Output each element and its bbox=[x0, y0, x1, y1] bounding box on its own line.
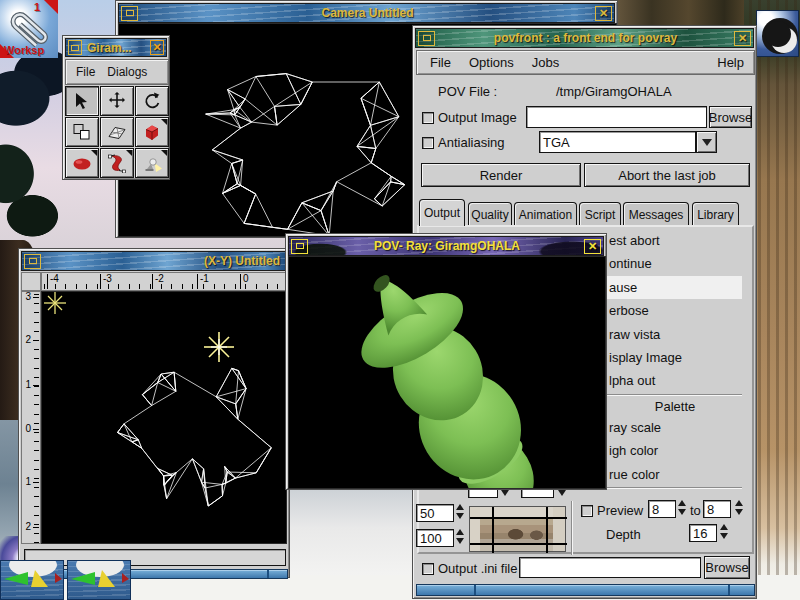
iconified-window-button[interactable] bbox=[67, 560, 131, 600]
tool-lathe-button[interactable] bbox=[100, 148, 134, 178]
tab-messages[interactable]: Messages bbox=[623, 202, 689, 226]
spinner-arrows[interactable] bbox=[735, 500, 743, 515]
moon-icon bbox=[757, 11, 800, 58]
size-bottom-field[interactable]: 100 bbox=[416, 529, 454, 547]
menu-file[interactable]: File bbox=[70, 65, 101, 79]
povfront-titlebar[interactable]: povfront : a front end for povray ✕ bbox=[415, 28, 754, 48]
window-menu-button[interactable] bbox=[68, 40, 82, 55]
render-preview-thumbnail[interactable] bbox=[469, 506, 566, 552]
pov-file-label: POV File : bbox=[438, 84, 497, 99]
xy-window-title: (X-Y) Untitled bbox=[43, 254, 286, 268]
tool-light-button[interactable] bbox=[135, 148, 169, 178]
crop-line[interactable] bbox=[470, 543, 567, 545]
tab-animation[interactable]: Animation bbox=[514, 202, 577, 226]
separator bbox=[571, 501, 573, 555]
povray-titlebar[interactable]: POV- Ray: GiramgOHALA ✕ bbox=[288, 236, 604, 256]
workspace-pager-icon[interactable]: 1 Worksp bbox=[0, 0, 58, 58]
iconified-window-button[interactable] bbox=[0, 560, 64, 600]
tool-rotate-button[interactable] bbox=[135, 86, 169, 116]
window-glyph-icon bbox=[71, 45, 79, 51]
ruler-label: -1 bbox=[197, 274, 209, 289]
pov-file-value: /tmp/GiramgOHALA bbox=[556, 84, 672, 99]
menu-options[interactable]: Options bbox=[460, 55, 523, 70]
camera-titlebar[interactable]: Camera Untitled ✕ bbox=[118, 3, 615, 23]
spinner-arrows[interactable] bbox=[678, 500, 686, 515]
crop-line[interactable] bbox=[470, 517, 567, 519]
desktop-background-rocks bbox=[612, 0, 744, 28]
povray-window-title: POV- Ray: GiramgOHALA bbox=[310, 239, 584, 253]
giram-titlebar[interactable]: Giram... ✕ bbox=[65, 38, 167, 57]
xy-viewport[interactable] bbox=[41, 291, 287, 544]
wireframe-mesh bbox=[42, 292, 286, 543]
tool-sphere-button[interactable] bbox=[65, 148, 99, 178]
window-menu-button[interactable] bbox=[291, 239, 308, 254]
window-resize-bar[interactable] bbox=[416, 584, 755, 596]
tab-script[interactable]: Script bbox=[579, 202, 621, 226]
output-image-input[interactable] bbox=[526, 106, 707, 128]
crop-line[interactable] bbox=[546, 507, 548, 553]
preview-from-field[interactable]: 8 bbox=[648, 500, 676, 518]
light-lamp-icon bbox=[141, 153, 163, 173]
ruler-label: 2 bbox=[25, 335, 39, 345]
tool-scale-button[interactable] bbox=[65, 117, 99, 147]
size-top-field[interactable]: 50 bbox=[416, 504, 454, 522]
xy-titlebar[interactable]: (X-Y) Untitled bbox=[21, 251, 287, 271]
close-icon[interactable]: ✕ bbox=[150, 40, 164, 55]
tool-plane-button[interactable] bbox=[100, 117, 134, 147]
tab-library[interactable]: Library bbox=[692, 202, 739, 226]
format-combo-input[interactable]: TGA bbox=[539, 131, 696, 153]
light-source-star-icon[interactable] bbox=[44, 292, 66, 314]
tool-select-button[interactable] bbox=[65, 86, 99, 116]
close-icon[interactable]: ✕ bbox=[595, 6, 612, 21]
output-image-browse-button[interactable]: Browse bbox=[709, 106, 752, 128]
tool-box-button[interactable] bbox=[135, 117, 169, 147]
preview-to-label: to bbox=[690, 503, 701, 518]
horizontal-ruler: -4 -3 -2 -1 0 bbox=[41, 272, 287, 291]
output-image-checkbox[interactable] bbox=[422, 112, 434, 124]
output-ini-checkbox[interactable] bbox=[422, 563, 434, 575]
light-source-star-icon[interactable] bbox=[204, 332, 234, 362]
antialiasing-checkbox[interactable] bbox=[422, 137, 434, 149]
lathe-icon bbox=[106, 153, 128, 173]
sphere-icon bbox=[71, 153, 93, 173]
tab-quality[interactable]: Quality bbox=[468, 202, 512, 226]
window-menu-button[interactable] bbox=[24, 254, 41, 269]
window-menu-button[interactable] bbox=[121, 6, 138, 21]
palette-header: Palette bbox=[608, 399, 742, 414]
ruler-minor-ticks bbox=[34, 294, 39, 543]
tab-output[interactable]: Output bbox=[419, 199, 465, 226]
spinner-arrows[interactable] bbox=[720, 524, 728, 539]
window-glyph-icon bbox=[423, 35, 431, 41]
window-menu-button[interactable] bbox=[418, 31, 435, 46]
menu-file[interactable]: File bbox=[421, 55, 460, 70]
povfront-menubar: File Options Jobs Help bbox=[416, 50, 755, 75]
output-ini-input[interactable] bbox=[519, 557, 701, 578]
depth-field[interactable]: 16 bbox=[689, 524, 717, 542]
select-arrow-icon bbox=[71, 91, 93, 111]
output-image-label: Output Image bbox=[438, 110, 517, 125]
output-ini-browse-button[interactable]: Browse bbox=[704, 556, 750, 579]
povray-render-viewport bbox=[288, 256, 606, 489]
povray-render-window: POV- Ray: GiramgOHALA ✕ bbox=[285, 233, 607, 490]
povfront-window-title: povfront : a front end for povray bbox=[437, 31, 734, 45]
crop-line[interactable] bbox=[492, 507, 494, 553]
preview-checkbox[interactable] bbox=[581, 505, 593, 517]
tool-move-button[interactable] bbox=[100, 86, 134, 116]
ruler-corner-box bbox=[21, 272, 41, 291]
abort-button[interactable]: Abort the last job bbox=[584, 163, 750, 187]
menu-help[interactable]: Help bbox=[708, 55, 750, 70]
close-icon[interactable]: ✕ bbox=[584, 239, 601, 254]
xy-view-window: (X-Y) Untitled -4 -3 -2 -1 0 3 2 1 0 1 2 bbox=[18, 248, 290, 578]
menu-jobs[interactable]: Jobs bbox=[523, 55, 568, 70]
ruler-label: -3 bbox=[100, 274, 112, 289]
preview-to-field[interactable]: 8 bbox=[703, 500, 731, 518]
close-icon[interactable]: ✕ bbox=[734, 31, 751, 46]
spinner-arrows[interactable] bbox=[456, 504, 464, 519]
giram-menubar: File Dialogs bbox=[65, 59, 169, 85]
preview-label: Preview bbox=[597, 503, 643, 518]
spinner-arrows[interactable] bbox=[456, 529, 464, 544]
render-button[interactable]: Render bbox=[421, 163, 581, 187]
format-combo-arrow-button[interactable] bbox=[696, 131, 717, 153]
menu-dialogs[interactable]: Dialogs bbox=[101, 65, 153, 79]
dock-moon-icon[interactable] bbox=[756, 10, 799, 57]
